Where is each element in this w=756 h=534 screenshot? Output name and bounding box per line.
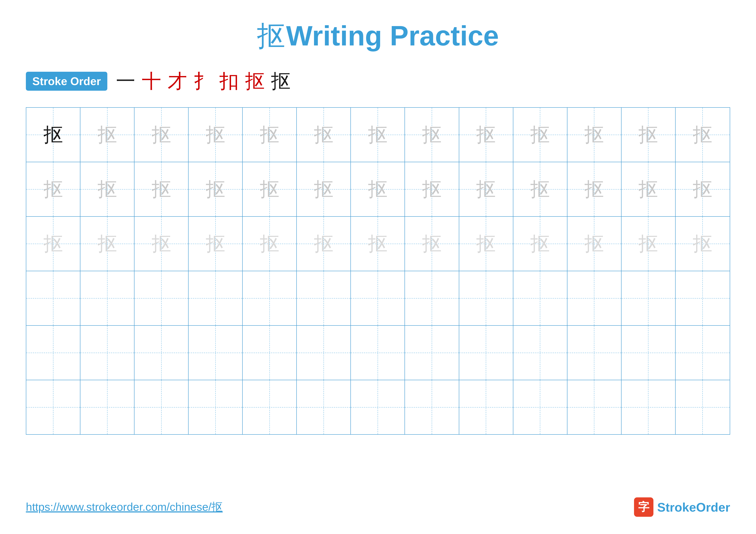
cell-r2-c4: 抠 <box>189 162 243 216</box>
logo-text: StrokeOrder <box>657 500 730 514</box>
cell-r2-c11: 抠 <box>567 162 622 216</box>
logo-char: 字 <box>638 499 649 515</box>
cell-r6-c3[interactable] <box>134 380 189 434</box>
cell-r5-c13[interactable] <box>676 326 730 380</box>
title-row: 抠 Writing Practice <box>26 17 730 55</box>
cell-r5-c9[interactable] <box>459 326 513 380</box>
cell-r5-c11[interactable] <box>567 326 622 380</box>
cell-r1-c11: 抠 <box>567 108 622 162</box>
cell-r5-c1[interactable] <box>26 326 80 380</box>
cell-r3-c2: 抠 <box>80 217 134 271</box>
logo-text-part2: Order <box>696 500 730 514</box>
grid-row-6 <box>26 380 730 434</box>
cell-r1-c10: 抠 <box>513 108 567 162</box>
stroke-1: 一 <box>116 68 135 94</box>
cell-r2-c7: 抠 <box>351 162 405 216</box>
grid-row-2: 抠 抠 抠 抠 抠 抠 抠 抠 抠 抠 抠 抠 抠 <box>26 162 730 217</box>
cell-r4-c2[interactable] <box>80 271 134 325</box>
cell-r6-c10[interactable] <box>513 380 567 434</box>
cell-r2-c13: 抠 <box>676 162 730 216</box>
stroke-order-badge: Stroke Order <box>26 72 107 91</box>
cell-r6-c2[interactable] <box>80 380 134 434</box>
grid-row-5 <box>26 326 730 380</box>
cell-r6-c9[interactable] <box>459 380 513 434</box>
title-text: Writing Practice <box>286 20 499 51</box>
cell-r6-c7[interactable] <box>351 380 405 434</box>
cell-r1-c6: 抠 <box>297 108 351 162</box>
cell-r4-c13[interactable] <box>676 271 730 325</box>
cell-r5-c7[interactable] <box>351 326 405 380</box>
cell-r6-c8[interactable] <box>405 380 459 434</box>
cell-r4-c8[interactable] <box>405 271 459 325</box>
cell-r3-c9: 抠 <box>459 217 513 271</box>
writing-grid: 抠 抠 抠 抠 抠 抠 抠 抠 抠 抠 抠 抠 抠 抠 抠 抠 抠 抠 抠 抠 … <box>26 107 730 435</box>
cell-r3-c3: 抠 <box>134 217 189 271</box>
cell-r4-c10[interactable] <box>513 271 567 325</box>
cell-r5-c6[interactable] <box>297 326 351 380</box>
cell-r5-c8[interactable] <box>405 326 459 380</box>
cell-r3-c8: 抠 <box>405 217 459 271</box>
cell-r3-c5: 抠 <box>243 217 297 271</box>
cell-r1-c1: 抠 <box>26 108 80 162</box>
cell-r2-c10: 抠 <box>513 162 567 216</box>
cell-r6-c4[interactable] <box>189 380 243 434</box>
cell-r2-c9: 抠 <box>459 162 513 216</box>
cell-r3-c10: 抠 <box>513 217 567 271</box>
cell-r1-c13: 抠 <box>676 108 730 162</box>
cell-r1-c2: 抠 <box>80 108 134 162</box>
cell-r6-c5[interactable] <box>243 380 297 434</box>
logo-text-part1: Stroke <box>657 500 696 514</box>
cell-r4-c6[interactable] <box>297 271 351 325</box>
cell-r5-c3[interactable] <box>134 326 189 380</box>
grid-row-3: 抠 抠 抠 抠 抠 抠 抠 抠 抠 抠 抠 抠 抠 <box>26 217 730 271</box>
cell-r2-c3: 抠 <box>134 162 189 216</box>
cell-r5-c2[interactable] <box>80 326 134 380</box>
cell-r3-c12: 抠 <box>622 217 676 271</box>
cell-r6-c1[interactable] <box>26 380 80 434</box>
cell-r2-c8: 抠 <box>405 162 459 216</box>
stroke-2: 十 <box>142 68 161 94</box>
page: 抠 Writing Practice Stroke Order 一 十 才 扌 … <box>0 0 756 534</box>
stroke-4: 扌 <box>194 68 213 94</box>
title-chinese-char: 抠 <box>257 20 285 51</box>
cell-r3-c4: 抠 <box>189 217 243 271</box>
cell-r2-c1: 抠 <box>26 162 80 216</box>
cell-r5-c5[interactable] <box>243 326 297 380</box>
cell-r2-c5: 抠 <box>243 162 297 216</box>
cell-r6-c13[interactable] <box>676 380 730 434</box>
cell-r1-c9: 抠 <box>459 108 513 162</box>
stroke-order-row: Stroke Order 一 十 才 扌 扣 抠 抠 <box>26 68 730 94</box>
cell-r2-c12: 抠 <box>622 162 676 216</box>
grid-row-4 <box>26 271 730 326</box>
cell-r6-c6[interactable] <box>297 380 351 434</box>
cell-r4-c1[interactable] <box>26 271 80 325</box>
cell-r4-c9[interactable] <box>459 271 513 325</box>
cell-r5-c4[interactable] <box>189 326 243 380</box>
cell-r6-c12[interactable] <box>622 380 676 434</box>
cell-r3-c1: 抠 <box>26 217 80 271</box>
cell-r1-c12: 抠 <box>622 108 676 162</box>
cell-r2-c6: 抠 <box>297 162 351 216</box>
cell-r5-c10[interactable] <box>513 326 567 380</box>
cell-r3-c7: 抠 <box>351 217 405 271</box>
cell-r1-c3: 抠 <box>134 108 189 162</box>
cell-r1-c8: 抠 <box>405 108 459 162</box>
cell-r4-c11[interactable] <box>567 271 622 325</box>
cell-r3-c6: 抠 <box>297 217 351 271</box>
footer-url[interactable]: https://www.strokeorder.com/chinese/抠 <box>26 499 223 515</box>
cell-r1-c7: 抠 <box>351 108 405 162</box>
footer: https://www.strokeorder.com/chinese/抠 字 … <box>26 497 730 517</box>
cell-r4-c5[interactable] <box>243 271 297 325</box>
cell-r4-c4[interactable] <box>189 271 243 325</box>
stroke-chars: 一 十 才 扌 扣 抠 抠 <box>116 68 290 94</box>
cell-r6-c11[interactable] <box>567 380 622 434</box>
cell-r2-c2: 抠 <box>80 162 134 216</box>
cell-r4-c7[interactable] <box>351 271 405 325</box>
cell-r3-c11: 抠 <box>567 217 622 271</box>
cell-r3-c13: 抠 <box>676 217 730 271</box>
cell-r4-c3[interactable] <box>134 271 189 325</box>
cell-r5-c12[interactable] <box>622 326 676 380</box>
cell-r4-c12[interactable] <box>622 271 676 325</box>
footer-logo: 字 StrokeOrder <box>634 497 730 517</box>
stroke-3: 才 <box>168 68 187 94</box>
